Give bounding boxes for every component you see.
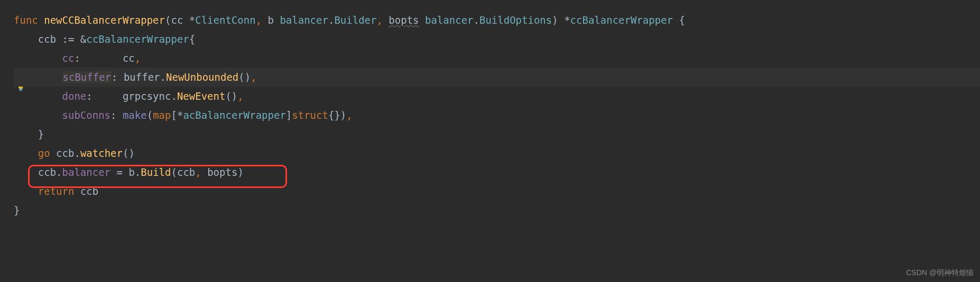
- comma: ,: [251, 71, 256, 83]
- field: cc: [62, 52, 75, 64]
- arg: bopts: [207, 166, 237, 178]
- paren: ): [552, 14, 564, 26]
- dot: .: [328, 14, 334, 26]
- indent: [14, 71, 62, 83]
- code-line: }: [14, 125, 980, 144]
- code-line: go ccb.watcher(): [14, 144, 980, 163]
- paren: ): [340, 109, 346, 121]
- code-line: cc: cc,: [14, 49, 980, 68]
- comma: ,: [135, 52, 141, 64]
- builtin: make: [123, 109, 147, 121]
- dot: .: [171, 90, 177, 102]
- indent: [14, 33, 38, 45]
- parens: (): [123, 147, 135, 159]
- indent: [14, 147, 38, 159]
- code-line: func newCCBalancerWrapper(cc *ClientConn…: [14, 11, 980, 30]
- indent: [14, 128, 38, 140]
- bracket: ]: [286, 109, 292, 121]
- dot: .: [474, 14, 479, 26]
- type: Builder: [334, 14, 376, 26]
- type: ClientConn: [195, 14, 255, 26]
- indent: [14, 109, 62, 121]
- param: bopts: [389, 14, 419, 26]
- brace: }: [38, 128, 44, 140]
- call: NewEvent: [177, 90, 226, 102]
- indent: [14, 52, 62, 64]
- bracket: [: [171, 109, 177, 121]
- dot: .: [135, 166, 141, 178]
- field: scBuffer: [62, 71, 112, 83]
- code-area[interactable]: func newCCBalancerWrapper(cc *ClientConn…: [0, 11, 980, 220]
- param: cc: [171, 14, 189, 26]
- paren: ): [237, 166, 243, 178]
- keyword: func: [14, 14, 38, 26]
- brace: }: [14, 204, 20, 216]
- package: buffer: [124, 71, 160, 83]
- code-line-highlighted: scBuffer: buffer.NewUnbounded(),: [14, 68, 980, 87]
- space: [50, 147, 56, 159]
- identifier: b: [128, 166, 134, 178]
- param: b: [268, 14, 280, 26]
- identifier: ccb: [56, 147, 74, 159]
- watermark: CSDN @明神特烦恼: [906, 268, 974, 278]
- field: balancer: [62, 166, 111, 178]
- dot: .: [160, 71, 166, 83]
- operator: :=: [62, 33, 80, 45]
- comma: ,: [237, 90, 243, 102]
- code-line: subConns: make(map[*acBalancerWrapper]st…: [14, 106, 980, 125]
- type: ccBalancerWrapper: [86, 33, 189, 45]
- colon: :: [112, 71, 124, 83]
- keyword: map: [153, 109, 171, 121]
- function-name: newCCBalancerWrapper: [44, 14, 165, 26]
- call: Build: [141, 166, 171, 178]
- code-line: }: [14, 201, 980, 220]
- operator: =: [110, 166, 128, 178]
- comma: ,: [256, 14, 268, 26]
- comma: ,: [346, 109, 352, 121]
- space: [419, 14, 425, 26]
- dot: .: [56, 166, 62, 178]
- call: NewUnbounded: [166, 71, 238, 83]
- identifier: ccb: [38, 166, 56, 178]
- arg: ccb: [177, 166, 195, 178]
- type: acBalancerWrapper: [183, 109, 285, 121]
- comma: ,: [376, 14, 389, 26]
- field: done: [62, 90, 87, 102]
- paren: (: [147, 109, 153, 121]
- code-line: done: grpcsync.NewEvent(),: [14, 87, 980, 106]
- colon: :: [110, 109, 123, 121]
- code-line: return ccb: [14, 182, 980, 201]
- keyword: struct: [292, 109, 328, 121]
- indent: [14, 166, 38, 178]
- paren: (: [171, 166, 177, 178]
- operator: &: [80, 33, 86, 45]
- indent: [14, 185, 38, 197]
- space: [74, 185, 80, 197]
- return-type: ccBalancerWrapper: [570, 14, 673, 26]
- code-line: ccb := &ccBalancerWrapper{: [14, 30, 980, 49]
- paren: (: [165, 14, 171, 26]
- value: cc: [123, 52, 135, 64]
- colon: :: [74, 52, 123, 64]
- type: balancer: [425, 14, 474, 26]
- indent: [14, 90, 62, 102]
- code-line-boxed: ccb.balancer = b.Build(ccb, bopts): [14, 163, 980, 182]
- dot: .: [74, 147, 80, 159]
- keyword: return: [38, 185, 75, 197]
- colon: :: [86, 90, 123, 102]
- parens: (): [225, 90, 237, 102]
- braces: {}: [328, 109, 340, 121]
- package: grpcsync: [123, 90, 171, 102]
- type: BuildOptions: [479, 14, 552, 26]
- code-editor[interactable]: 💡 func newCCBalancerWrapper(cc *ClientCo…: [0, 0, 980, 220]
- brace: {: [673, 14, 685, 26]
- parens: (): [238, 71, 251, 83]
- identifier: ccb: [80, 185, 98, 197]
- identifier: ccb: [38, 33, 62, 45]
- call: watcher: [80, 147, 123, 159]
- type: balancer: [280, 14, 328, 26]
- brace: {: [189, 33, 195, 45]
- star: *: [177, 109, 183, 121]
- field: subConns: [62, 109, 111, 121]
- keyword: go: [38, 147, 50, 159]
